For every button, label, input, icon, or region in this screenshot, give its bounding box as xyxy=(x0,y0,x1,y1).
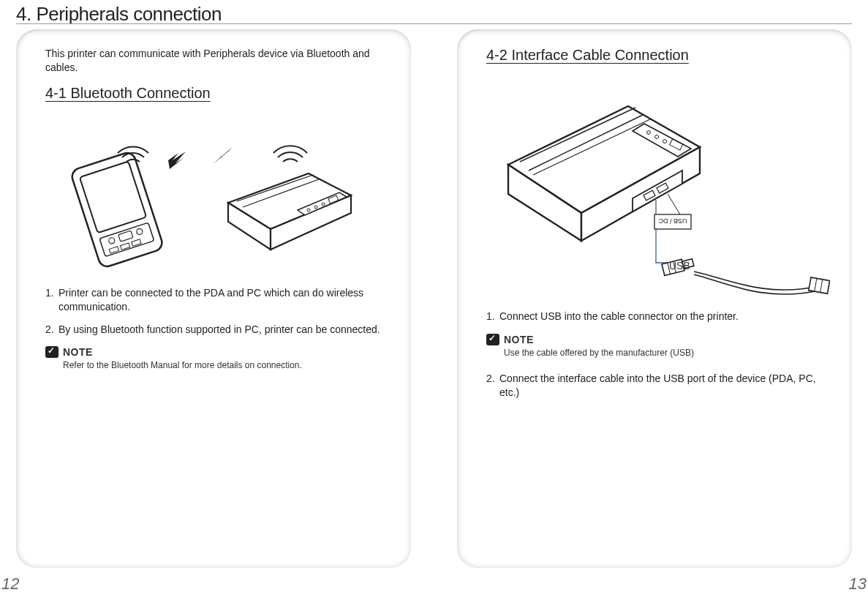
intro-text: This printer can communicate with Periph… xyxy=(45,47,382,75)
step-text: By using Bluetooth function supported in… xyxy=(59,323,382,337)
note-label: NOTE xyxy=(504,334,534,345)
step-2: 2. By using Bluetooth function supported… xyxy=(45,323,382,337)
sub-heading-left: 4-1 Bluetooth Connection xyxy=(45,85,382,102)
note-block-r: NOTE Use the cable offered by the manufa… xyxy=(486,334,823,359)
step-num: 2. xyxy=(45,323,59,337)
page-right: 4-2 Interface Cable Connection xyxy=(457,29,852,568)
svg-rect-27 xyxy=(809,277,830,293)
section-title: 4. Peripherals connection xyxy=(16,3,222,26)
svg-text:USB / DC: USB / DC xyxy=(658,217,687,225)
svg-line-22 xyxy=(668,194,680,214)
usb-label: USB xyxy=(669,260,690,272)
note-label: NOTE xyxy=(63,346,93,358)
step-text: Connect the interface cable into the USB… xyxy=(499,372,823,400)
step-num: 2. xyxy=(486,372,499,400)
check-icon xyxy=(45,346,59,358)
sub-heading-right: 4-2 Interface Cable Connection xyxy=(486,47,823,64)
step-text: Printer can be connected to the PDA and … xyxy=(59,286,382,314)
step-1: 1. Printer can be connected to the PDA a… xyxy=(45,286,382,314)
page-number-right: 13 xyxy=(849,575,867,594)
section-rule xyxy=(16,23,852,24)
step-text: Connect USB into the cable connector on … xyxy=(499,310,823,323)
step-num: 1. xyxy=(45,286,59,314)
note-block: NOTE Refer to the Bluetooth Manual for m… xyxy=(45,346,382,371)
step-num: 1. xyxy=(486,310,499,323)
step-2-r: 2. Connect the interface cable into the … xyxy=(486,372,823,400)
step-1-r: 1. Connect USB into the cable connector … xyxy=(486,310,823,323)
note-text: Use the cable offered by the manufacture… xyxy=(504,347,823,359)
check-icon xyxy=(486,334,499,345)
bluetooth-illustration xyxy=(45,115,360,269)
page-left: This printer can communicate with Periph… xyxy=(16,29,411,568)
cable-illustration: USB / DC xyxy=(486,77,830,296)
page-number-left: 12 xyxy=(1,575,19,594)
note-text: Refer to the Bluetooth Manual for more d… xyxy=(63,359,382,371)
